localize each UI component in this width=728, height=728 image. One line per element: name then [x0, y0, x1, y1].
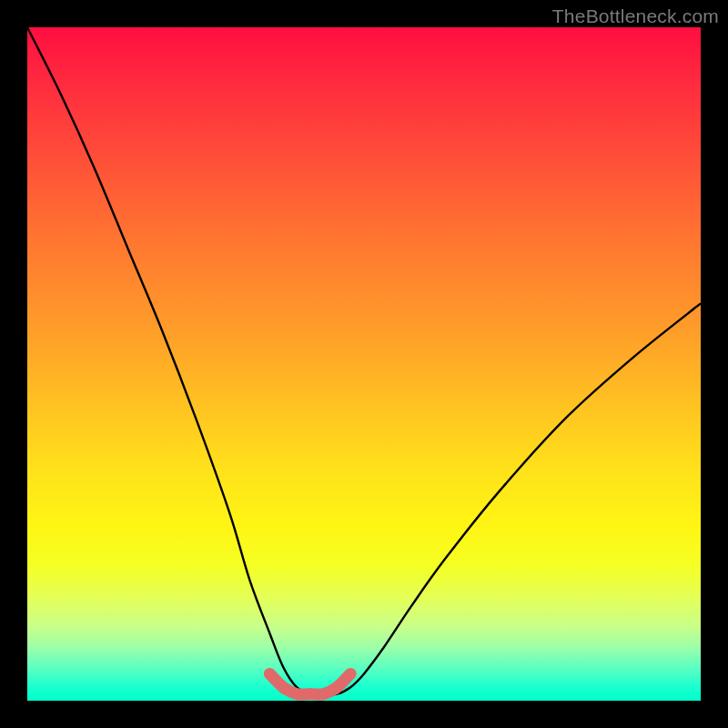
bottleneck-curve	[27, 27, 701, 694]
low-bottleneck-marker	[269, 673, 350, 694]
bottleneck-curve-path	[27, 27, 701, 694]
plot-area	[27, 27, 701, 701]
watermark-text: TheBottleneck.com	[552, 5, 719, 27]
low-bottleneck-marker-path	[269, 673, 350, 694]
chart-frame: TheBottleneck.com	[0, 0, 728, 728]
curve-layer	[27, 27, 701, 701]
